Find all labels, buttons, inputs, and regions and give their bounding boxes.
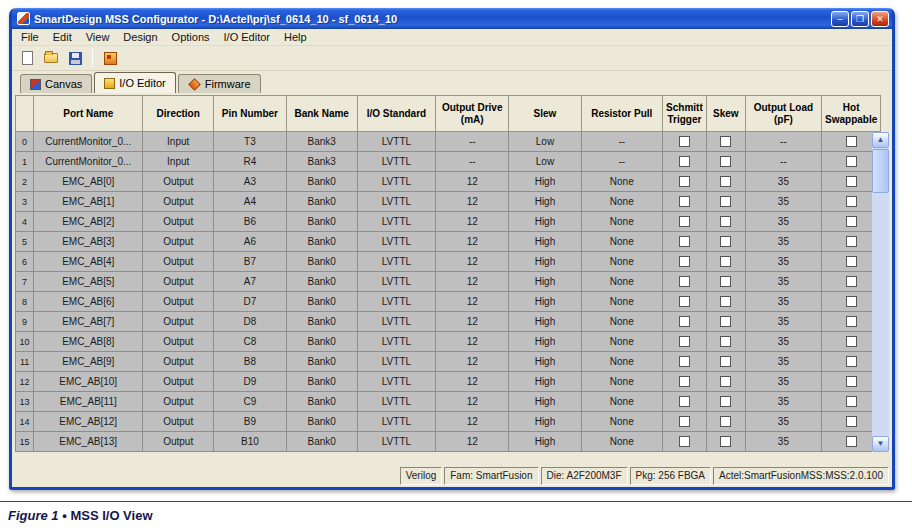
- tab-io-editor[interactable]: I/O Editor: [94, 72, 175, 93]
- cell-slew[interactable]: High: [509, 292, 582, 312]
- cell-pin[interactable]: A6: [214, 232, 287, 252]
- cell-bank[interactable]: Bank0: [286, 272, 357, 292]
- hot-swappable-checkbox[interactable]: [846, 396, 857, 407]
- cell-port[interactable]: EMC_AB[1]: [34, 192, 143, 212]
- cell-drive[interactable]: --: [436, 132, 509, 152]
- cell-drive[interactable]: 12: [436, 332, 509, 352]
- cell-pull[interactable]: None: [581, 292, 662, 312]
- row-number[interactable]: 6: [16, 252, 34, 272]
- schmitt-trigger-checkbox[interactable]: [679, 416, 690, 427]
- cell-direction[interactable]: Output: [143, 392, 214, 412]
- row-number[interactable]: 4: [16, 212, 34, 232]
- hot-swappable-checkbox[interactable]: [846, 316, 857, 327]
- scroll-up-button[interactable]: ▲: [872, 132, 889, 148]
- cell-bank[interactable]: Bank0: [286, 392, 357, 412]
- schmitt-trigger-checkbox[interactable]: [679, 396, 690, 407]
- cell-slew[interactable]: High: [509, 232, 582, 252]
- cell-slew[interactable]: High: [509, 332, 582, 352]
- row-number[interactable]: 5: [16, 232, 34, 252]
- cell-direction[interactable]: Output: [143, 172, 214, 192]
- skew-checkbox[interactable]: [720, 276, 731, 287]
- cell-pull[interactable]: None: [581, 272, 662, 292]
- cell-pull[interactable]: None: [581, 412, 662, 432]
- scrollbar-thumb[interactable]: [872, 149, 889, 193]
- cell-output-load[interactable]: 35: [745, 352, 822, 372]
- row-number[interactable]: 2: [16, 172, 34, 192]
- cell-port[interactable]: EMC_AB[6]: [34, 292, 143, 312]
- column-header-slew[interactable]: Slew: [509, 96, 582, 132]
- cell-direction[interactable]: Input: [143, 132, 214, 152]
- cell-direction[interactable]: Output: [143, 372, 214, 392]
- cell-slew[interactable]: High: [509, 252, 582, 272]
- cell-port[interactable]: CurrentMonitor_0...: [34, 132, 143, 152]
- cell-direction[interactable]: Output: [143, 432, 214, 452]
- cell-drive[interactable]: 12: [436, 232, 509, 252]
- hot-swappable-checkbox[interactable]: [846, 156, 857, 167]
- column-header-pin-number[interactable]: Pin Number: [214, 96, 287, 132]
- cell-pull[interactable]: None: [581, 392, 662, 412]
- schmitt-trigger-checkbox[interactable]: [679, 276, 690, 287]
- hot-swappable-checkbox[interactable]: [846, 336, 857, 347]
- cell-output-load[interactable]: 35: [745, 392, 822, 412]
- cell-port[interactable]: EMC_AB[13]: [34, 432, 143, 452]
- cell-port[interactable]: EMC_AB[0]: [34, 172, 143, 192]
- cell-bank[interactable]: Bank0: [286, 172, 357, 192]
- cell-port[interactable]: EMC_AB[2]: [34, 212, 143, 232]
- skew-checkbox[interactable]: [720, 396, 731, 407]
- cell-pull[interactable]: None: [581, 192, 662, 212]
- column-header-schmitt[interactable]: Schmitt Trigger: [662, 96, 706, 132]
- cell-output-load[interactable]: 35: [745, 232, 822, 252]
- row-number[interactable]: 15: [16, 432, 34, 452]
- cell-bank[interactable]: Bank0: [286, 212, 357, 232]
- cell-pull[interactable]: None: [581, 172, 662, 192]
- hot-swappable-checkbox[interactable]: [846, 136, 857, 147]
- cell-drive[interactable]: 12: [436, 432, 509, 452]
- hot-swappable-checkbox[interactable]: [846, 376, 857, 387]
- cell-output-load[interactable]: 35: [745, 312, 822, 332]
- cell-std[interactable]: LVTTL: [357, 232, 436, 252]
- close-button[interactable]: ✕: [871, 11, 889, 27]
- cell-output-load[interactable]: 35: [745, 272, 822, 292]
- cell-std[interactable]: LVTTL: [357, 352, 436, 372]
- cell-pull[interactable]: --: [581, 132, 662, 152]
- row-number[interactable]: 8: [16, 292, 34, 312]
- cell-drive[interactable]: 12: [436, 392, 509, 412]
- cell-bank[interactable]: Bank0: [286, 372, 357, 392]
- cell-direction[interactable]: Output: [143, 252, 214, 272]
- new-document-button[interactable]: [17, 48, 37, 68]
- cell-output-load[interactable]: 35: [745, 172, 822, 192]
- cell-drive[interactable]: 12: [436, 372, 509, 392]
- row-number[interactable]: 10: [16, 332, 34, 352]
- cell-output-load[interactable]: 35: [745, 332, 822, 352]
- hot-swappable-checkbox[interactable]: [846, 356, 857, 367]
- cell-port[interactable]: EMC_AB[11]: [34, 392, 143, 412]
- cell-slew[interactable]: High: [509, 412, 582, 432]
- cell-bank[interactable]: Bank0: [286, 312, 357, 332]
- skew-checkbox[interactable]: [720, 136, 731, 147]
- cell-std[interactable]: LVTTL: [357, 392, 436, 412]
- hot-swappable-checkbox[interactable]: [846, 296, 857, 307]
- cell-port[interactable]: EMC_AB[10]: [34, 372, 143, 392]
- cell-bank[interactable]: Bank0: [286, 332, 357, 352]
- generate-button[interactable]: [100, 48, 120, 68]
- column-header-skew[interactable]: Skew: [707, 96, 745, 132]
- row-number[interactable]: 0: [16, 132, 34, 152]
- schmitt-trigger-checkbox[interactable]: [679, 256, 690, 267]
- cell-port[interactable]: CurrentMonitor_0...: [34, 152, 143, 172]
- row-number[interactable]: 7: [16, 272, 34, 292]
- cell-direction[interactable]: Output: [143, 232, 214, 252]
- schmitt-trigger-checkbox[interactable]: [679, 296, 690, 307]
- cell-slew[interactable]: Low: [509, 152, 582, 172]
- cell-drive[interactable]: 12: [436, 192, 509, 212]
- cell-output-load[interactable]: 35: [745, 192, 822, 212]
- cell-slew[interactable]: High: [509, 212, 582, 232]
- cell-pin[interactable]: B10: [214, 432, 287, 452]
- cell-pin[interactable]: A3: [214, 172, 287, 192]
- tab-firmware[interactable]: Firmware: [178, 74, 261, 93]
- cell-pin[interactable]: D8: [214, 312, 287, 332]
- cell-std[interactable]: LVTTL: [357, 412, 436, 432]
- row-number[interactable]: 14: [16, 412, 34, 432]
- menu-help[interactable]: Help: [277, 30, 314, 44]
- cell-pull[interactable]: None: [581, 432, 662, 452]
- cell-bank[interactable]: Bank0: [286, 252, 357, 272]
